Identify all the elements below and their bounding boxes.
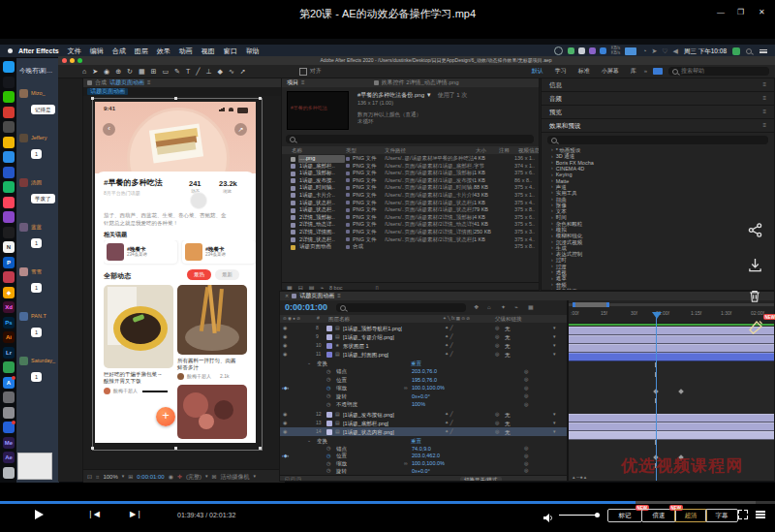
layer-color-swatch[interactable] bbox=[326, 326, 332, 331]
property-row[interactable]: ‹◆› ◷ 位置 195.0,76.0 ◎ bbox=[280, 375, 567, 384]
status-clock-icon[interactable]: ◔ bbox=[642, 47, 646, 55]
eye-icon[interactable]: ◉ bbox=[283, 334, 287, 340]
layer-color-swatch[interactable] bbox=[326, 352, 332, 358]
feed-tab-new[interactable]: 最新 bbox=[215, 269, 239, 280]
layer-switches[interactable]: ✦ ╱ bbox=[445, 421, 453, 426]
project-tab[interactable]: 项目 bbox=[287, 79, 298, 86]
parent-value[interactable]: 无 bbox=[505, 343, 511, 349]
related-topic-card[interactable]: #晚餐卡 234条菜谱 bbox=[182, 240, 256, 264]
dock-icon[interactable]: Ai bbox=[3, 331, 15, 343]
time-ruler[interactable]: :00f 15f 30f 01:00f 1:15f 1:30f bbox=[569, 300, 775, 324]
keyframe-nav-icons[interactable]: ‹◆› bbox=[282, 386, 289, 391]
col-path[interactable]: 文件路径 bbox=[385, 147, 406, 153]
ae-tool-icon[interactable]: ◆ bbox=[218, 68, 223, 76]
include-icon[interactable]: ◎ bbox=[524, 468, 528, 474]
next-button[interactable]: ▶❘ bbox=[130, 511, 142, 519]
align-checkbox[interactable] bbox=[299, 68, 307, 76]
close-button[interactable]: ✕ bbox=[759, 9, 765, 17]
eye-icon[interactable]: ◉ bbox=[283, 421, 287, 426]
include-icon[interactable]: ◎ bbox=[524, 454, 528, 459]
layer-color-swatch[interactable] bbox=[326, 334, 332, 340]
panel-menu-icon[interactable]: ≡ bbox=[301, 79, 305, 86]
dock-icon[interactable] bbox=[3, 391, 15, 403]
layer-duration-bar[interactable] bbox=[569, 353, 775, 361]
status-app-icon-4[interactable] bbox=[600, 47, 606, 54]
col-type[interactable]: 类型 bbox=[346, 147, 356, 153]
stopwatch-icon[interactable]: ◷ bbox=[326, 454, 330, 459]
ae-tool-icon[interactable]: ▦ bbox=[139, 68, 145, 76]
dock-icon[interactable] bbox=[3, 137, 15, 148]
property-name[interactable]: 位置 bbox=[336, 453, 347, 458]
property-row[interactable]: ‹◆› ◷ 缩放 ∞ 100.0,100.0% ◎ bbox=[280, 384, 567, 392]
status-app-icon-2[interactable] bbox=[578, 47, 585, 54]
effects-search-box[interactable] bbox=[547, 136, 768, 144]
viewer-tab-comp-name[interactable]: 话题页面动画 bbox=[109, 79, 144, 86]
eye-icon[interactable]: ◉ bbox=[283, 326, 287, 331]
viewer-camera[interactable]: 活动摄像机 bbox=[221, 474, 250, 481]
col-video[interactable]: 视频信息 bbox=[518, 147, 540, 153]
property-name[interactable]: 位置 bbox=[336, 377, 347, 383]
project-row[interactable]: 1话题_卡片介.. PNG 文件 /Users/..页面/话题素材/1话题_卡片… bbox=[282, 192, 540, 200]
layer-duration-bar[interactable] bbox=[569, 414, 775, 422]
collapse-arrow-icon[interactable]: ⌄ bbox=[307, 438, 311, 444]
property-name[interactable]: 锚点 bbox=[336, 446, 347, 452]
eye-icon[interactable]: ◉ bbox=[283, 352, 287, 358]
dock-icon[interactable] bbox=[3, 361, 15, 373]
panel-menu-icon[interactable]: ≡ bbox=[762, 95, 766, 102]
stopwatch-icon[interactable]: ◷ bbox=[326, 377, 330, 383]
dock-icon[interactable] bbox=[3, 61, 15, 73]
layer-duration-bar[interactable] bbox=[569, 344, 775, 353]
chat-message[interactable]: Mizo_ 记得是 bbox=[19, 89, 59, 115]
keyframe-icon[interactable] bbox=[678, 389, 684, 394]
workspace-more-icon[interactable]: » bbox=[644, 68, 647, 75]
dock-icon[interactable] bbox=[3, 422, 15, 433]
workspace-tab[interactable]: 库 bbox=[631, 68, 636, 75]
video-frame[interactable]: After Effects 文件编辑合成图层效果动画视图窗口帮助 KB/s KB… bbox=[0, 39, 775, 483]
parent-pickwhip-icon[interactable]: ◎ bbox=[495, 343, 499, 349]
transform-group-label[interactable]: 变换 bbox=[317, 438, 327, 444]
dock-icon[interactable]: Me bbox=[3, 437, 15, 449]
share-icon[interactable] bbox=[748, 223, 773, 241]
layer-switches[interactable]: ✦ ╱ bbox=[445, 334, 453, 340]
menu-item[interactable]: 窗口 bbox=[224, 47, 237, 55]
collapse-arrow-icon[interactable]: ⌄ bbox=[307, 360, 311, 366]
motion-blur-icon[interactable]: ✦ bbox=[501, 304, 506, 311]
parent-value[interactable]: 无 bbox=[505, 352, 511, 358]
info-panel-header[interactable]: 信息 ≡ bbox=[542, 78, 774, 92]
layer-switches[interactable]: ✦ ╱ bbox=[445, 352, 453, 358]
property-row[interactable]: ‹◆› ◷ 旋转 0x+0.0° ◎ bbox=[280, 391, 567, 400]
transform-group-label[interactable]: 变换 bbox=[317, 360, 327, 366]
dock-icon[interactable]: A bbox=[3, 377, 15, 389]
layer-list-1[interactable]: ◉ 8 ▤ [1话题_顶部导航栏1.png] ✦ ╱ ◎ 无 ▾ ◉ bbox=[280, 324, 567, 359]
ae-tool-icon[interactable]: ➤ bbox=[92, 68, 98, 76]
timeline-zoom-control[interactable]: ▴ ─● ▴ bbox=[573, 475, 586, 481]
ae-tool-icon[interactable]: ▭ bbox=[162, 68, 169, 76]
minimize-button[interactable]: — bbox=[717, 9, 725, 17]
stopwatch-icon[interactable]: ◷ bbox=[326, 461, 330, 467]
property-value[interactable]: 100.0,100.0% bbox=[412, 385, 445, 391]
composition-flowchart-icon[interactable]: ❖ bbox=[474, 304, 479, 311]
avatar[interactable] bbox=[19, 357, 28, 365]
status-heart-icon[interactable]: ♡ bbox=[662, 47, 667, 55]
project-row[interactable]: 1话题_顶部标.. PNG 文件 /Users/..页面/话题素材/1话题_顶部… bbox=[282, 170, 540, 177]
layer-switches[interactable]: ✦ ╱ bbox=[445, 326, 453, 331]
parent-link-col[interactable]: 父级和链接 bbox=[495, 316, 522, 322]
parent-pickwhip-icon[interactable]: ◎ bbox=[495, 352, 499, 358]
menubar-app-name[interactable]: After Effects bbox=[18, 47, 59, 55]
ae-tool-icon[interactable]: ╱ bbox=[196, 68, 200, 76]
status-upload-icon[interactable]: ➤ bbox=[651, 47, 657, 55]
expand-arrow-icon[interactable]: › bbox=[551, 269, 553, 275]
avatar[interactable] bbox=[19, 223, 28, 232]
property-name[interactable]: 缩放 bbox=[336, 385, 347, 391]
stopwatch-icon[interactable]: ◷ bbox=[326, 468, 330, 474]
property-name[interactable]: 锚点 bbox=[336, 368, 347, 374]
menu-item[interactable]: 效果 bbox=[157, 47, 170, 55]
layer-color-swatch[interactable] bbox=[326, 421, 332, 426]
download-icon[interactable] bbox=[748, 258, 773, 276]
ae-tool-icon[interactable]: T bbox=[186, 68, 190, 76]
draft3d-icon[interactable]: ⌂ bbox=[487, 304, 491, 311]
viewer-tab-label[interactable]: 合成 bbox=[95, 79, 107, 86]
control-center-icon[interactable] bbox=[760, 49, 767, 53]
dock-icon[interactable] bbox=[3, 407, 15, 419]
toggle-switches-button[interactable]: 切换开关/模式 bbox=[460, 477, 502, 483]
